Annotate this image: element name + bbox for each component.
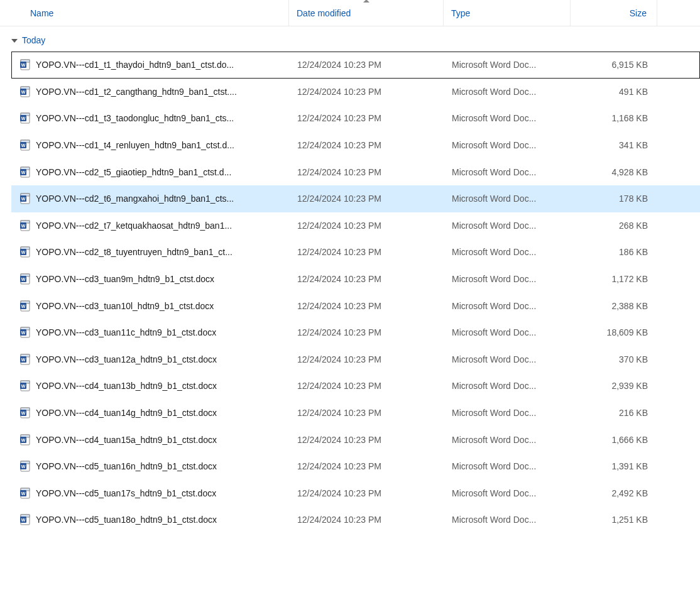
file-name-cell: WYOPO.VN---cd3_tuan10l_hdtn9_b1_ctst.doc…: [12, 300, 290, 312]
column-header-row: Name Date modified Type Size: [0, 0, 700, 26]
file-name-cell: WYOPO.VN---cd1_t3_taodongluc_hdtn9_ban1_…: [12, 112, 290, 124]
file-size-cell: 1,168 KB: [571, 113, 658, 123]
file-row[interactable]: WYOPO.VN---cd1_t3_taodongluc_hdtn9_ban1_…: [11, 105, 700, 132]
file-name-cell: WYOPO.VN---cd1_t2_cangthang_hdtn9_ban1_c…: [12, 86, 290, 97]
word-document-icon: W: [19, 434, 31, 445]
word-document-icon: W: [19, 167, 31, 178]
file-type-cell: Microsoft Word Doc...: [444, 408, 571, 418]
file-name-label: YOPO.VN---cd4_tuan14g_hdtn9_b1_ctst.docx: [36, 408, 217, 418]
sort-asc-icon: [363, 0, 369, 3]
file-type-cell: Microsoft Word Doc...: [444, 381, 571, 391]
file-date-cell: 12/24/2024 10:23 PM: [290, 194, 444, 204]
file-date-cell: 12/24/2024 10:23 PM: [290, 167, 444, 177]
file-size-cell: 2,388 KB: [571, 301, 658, 311]
file-row[interactable]: WYOPO.VN---cd5_tuan18o_hdtn9_b1_ctst.doc…: [11, 506, 700, 533]
word-document-icon: W: [19, 354, 31, 365]
file-name-cell: WYOPO.VN---cd5_tuan16n_hdtn9_b1_ctst.doc…: [12, 461, 290, 472]
file-size-cell: 491 KB: [571, 87, 658, 97]
column-header-size[interactable]: Size: [571, 0, 657, 26]
svg-text:W: W: [21, 358, 26, 362]
word-document-icon: W: [19, 380, 31, 391]
file-row[interactable]: WYOPO.VN---cd3_tuan11c_hdtn9_b1_ctst.doc…: [11, 319, 700, 346]
file-size-cell: 178 KB: [571, 194, 658, 204]
column-header-name-label: Name: [30, 8, 53, 18]
file-row[interactable]: WYOPO.VN---cd3_tuan12a_hdtn9_b1_ctst.doc…: [11, 346, 700, 373]
file-row[interactable]: WYOPO.VN---cd5_tuan17s_hdtn9_b1_ctst.doc…: [11, 480, 700, 507]
file-date-cell: 12/24/2024 10:23 PM: [290, 87, 444, 97]
column-header-type[interactable]: Type: [444, 0, 571, 26]
file-row[interactable]: WYOPO.VN---cd5_tuan16n_hdtn9_b1_ctst.doc…: [11, 453, 700, 480]
file-row[interactable]: WYOPO.VN---cd1_t4_renluyen_hdtn9_ban1_ct…: [11, 132, 700, 159]
column-header-date-label: Date modified: [297, 8, 351, 18]
file-date-cell: 12/24/2024 10:23 PM: [290, 113, 444, 123]
file-type-cell: Microsoft Word Doc...: [444, 515, 571, 525]
file-row[interactable]: WYOPO.VN---cd2_t8_tuyentruyen_hdtn9_ban1…: [11, 239, 700, 266]
word-document-icon: W: [19, 407, 31, 418]
file-name-label: YOPO.VN---cd2_t8_tuyentruyen_hdtn9_ban1_…: [36, 247, 232, 257]
column-header-size-label: Size: [630, 8, 647, 18]
file-date-cell: 12/24/2024 10:23 PM: [290, 140, 444, 150]
file-size-cell: 2,939 KB: [571, 381, 658, 391]
column-header-date[interactable]: Date modified: [289, 0, 444, 26]
svg-text:W: W: [21, 491, 26, 496]
svg-text:W: W: [21, 518, 26, 522]
file-name-cell: WYOPO.VN---cd4_tuan13b_hdtn9_b1_ctst.doc…: [12, 380, 290, 391]
file-size-cell: 1,391 KB: [571, 461, 658, 471]
file-row[interactable]: WYOPO.VN---cd4_tuan15a_hdtn9_b1_ctst.doc…: [11, 426, 700, 453]
file-type-cell: Microsoft Word Doc...: [444, 488, 571, 498]
file-type-cell: Microsoft Word Doc...: [444, 194, 571, 204]
file-name-cell: WYOPO.VN---cd2_t7_ketquakhaosat_hdtn9_ba…: [12, 220, 290, 231]
file-row[interactable]: WYOPO.VN---cd4_tuan14g_hdtn9_b1_ctst.doc…: [11, 400, 700, 427]
svg-text:W: W: [21, 224, 26, 228]
word-document-icon: W: [19, 327, 31, 338]
file-size-cell: 6,915 KB: [571, 60, 658, 70]
file-name-label: YOPO.VN---cd5_tuan16n_hdtn9_b1_ctst.docx: [36, 461, 217, 471]
svg-text:W: W: [21, 63, 26, 67]
file-row[interactable]: WYOPO.VN---cd3_tuan10l_hdtn9_b1_ctst.doc…: [11, 292, 700, 319]
file-name-cell: WYOPO.VN---cd2_t5_giaotiep_hdtn9_ban1_ct…: [12, 167, 290, 178]
file-type-cell: Microsoft Word Doc...: [444, 60, 571, 70]
file-row[interactable]: WYOPO.VN---cd2_t6_mangxahoi_hdtn9_ban1_c…: [11, 185, 700, 212]
file-name-label: YOPO.VN---cd2_t6_mangxahoi_hdtn9_ban1_ct…: [36, 194, 234, 204]
file-name-cell: WYOPO.VN---cd1_t4_renluyen_hdtn9_ban1_ct…: [12, 139, 290, 151]
file-date-cell: 12/24/2024 10:23 PM: [290, 408, 444, 418]
file-row[interactable]: WYOPO.VN---cd1_t2_cangthang_hdtn9_ban1_c…: [11, 79, 700, 106]
svg-text:W: W: [21, 170, 26, 175]
file-size-cell: 216 KB: [571, 408, 658, 418]
file-date-cell: 12/24/2024 10:23 PM: [290, 221, 444, 231]
file-date-cell: 12/24/2024 10:23 PM: [290, 381, 444, 391]
file-size-cell: 341 KB: [571, 140, 658, 150]
file-row[interactable]: WYOPO.VN---cd1_t1_thaydoi_hdtn9_ban1_cts…: [11, 52, 700, 79]
file-name-label: YOPO.VN---cd4_tuan15a_hdtn9_b1_ctst.docx: [36, 435, 217, 445]
file-row[interactable]: WYOPO.VN---cd2_t5_giaotiep_hdtn9_ban1_ct…: [11, 158, 700, 185]
column-header-name[interactable]: Name: [11, 0, 289, 26]
file-size-cell: 1,666 KB: [571, 435, 658, 445]
svg-text:W: W: [21, 438, 26, 442]
group-header-today[interactable]: Today: [0, 30, 700, 50]
file-date-cell: 12/24/2024 10:23 PM: [290, 435, 444, 445]
svg-text:W: W: [21, 116, 26, 121]
group-label: Today: [22, 35, 45, 45]
file-date-cell: 12/24/2024 10:23 PM: [290, 354, 444, 364]
file-name-cell: WYOPO.VN---cd5_tuan18o_hdtn9_b1_ctst.doc…: [12, 514, 290, 525]
file-row[interactable]: WYOPO.VN---cd2_t7_ketquakhaosat_hdtn9_ba…: [11, 212, 700, 239]
word-document-icon: W: [19, 59, 31, 70]
file-row[interactable]: WYOPO.VN---cd3_tuan9m_hdtn9_b1_ctst.docx…: [11, 266, 700, 293]
file-size-cell: 268 KB: [571, 221, 658, 231]
svg-text:W: W: [21, 250, 26, 254]
file-name-label: YOPO.VN---cd3_tuan11c_hdtn9_b1_ctst.docx: [36, 327, 216, 337]
svg-text:W: W: [21, 197, 26, 201]
word-document-icon: W: [19, 300, 31, 312]
file-date-cell: 12/24/2024 10:23 PM: [290, 301, 444, 311]
file-type-cell: Microsoft Word Doc...: [444, 274, 571, 284]
svg-text:W: W: [21, 90, 26, 94]
word-document-icon: W: [19, 273, 31, 285]
file-row[interactable]: WYOPO.VN---cd4_tuan13b_hdtn9_b1_ctst.doc…: [11, 373, 700, 400]
chevron-down-icon: [11, 39, 18, 43]
file-date-cell: 12/24/2024 10:23 PM: [290, 461, 444, 471]
file-size-cell: 4,928 KB: [571, 167, 658, 177]
file-type-cell: Microsoft Word Doc...: [444, 301, 571, 311]
file-type-cell: Microsoft Word Doc...: [444, 461, 571, 471]
file-name-cell: WYOPO.VN---cd3_tuan9m_hdtn9_b1_ctst.docx: [12, 273, 290, 285]
svg-text:W: W: [21, 384, 26, 388]
